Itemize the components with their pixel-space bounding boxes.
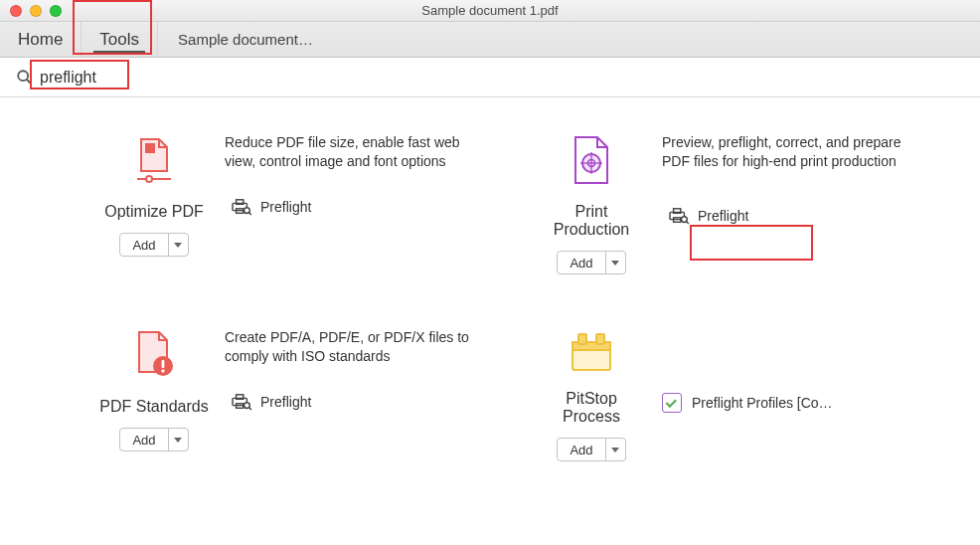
svg-rect-29: [578, 334, 586, 344]
action-label: Preflight: [260, 199, 311, 215]
tool-pitstop-process[interactable]: PitStop Process Preflight Profiles [Co… …: [537, 328, 914, 461]
add-button[interactable]: Add: [557, 438, 625, 461]
window-title: Sample document 1.pdf: [0, 3, 980, 18]
tab-document[interactable]: Sample document…: [178, 22, 313, 57]
add-button[interactable]: Add: [119, 428, 188, 452]
checkbox-checked-icon: [662, 393, 682, 413]
svg-line-1: [27, 80, 31, 84]
maximize-window-button[interactable]: [50, 5, 62, 17]
action-label: Preflight: [698, 208, 748, 224]
optimize-pdf-icon: [99, 133, 209, 187]
svg-point-17: [682, 217, 688, 223]
tab-home[interactable]: Home: [0, 22, 82, 57]
chevron-down-icon: [611, 261, 619, 266]
add-button-dropdown[interactable]: [605, 439, 625, 460]
add-button-label: Add: [120, 234, 167, 256]
window-titlebar: Sample document 1.pdf: [0, 0, 980, 22]
tool-title: PDF Standards: [99, 398, 209, 416]
preflight-action[interactable]: Preflight: [225, 389, 477, 415]
close-window-button[interactable]: [10, 5, 22, 17]
tool-optimize-pdf[interactable]: Reduce PDF file size, enable fast web vi…: [99, 133, 477, 274]
search-input[interactable]: [40, 69, 169, 87]
printer-search-icon: [668, 207, 690, 225]
svg-line-26: [249, 408, 251, 410]
tool-title: PitStop Process: [537, 390, 646, 426]
tool-print-production[interactable]: Preview, preflight, correct, and prepare…: [537, 133, 914, 274]
traffic-lights: [0, 5, 62, 17]
add-button-label: Add: [120, 429, 167, 451]
tool-title: Print Production: [537, 203, 646, 239]
add-button[interactable]: Add: [557, 251, 625, 274]
preflight-profiles-item[interactable]: Preflight Profiles [Co…: [662, 393, 914, 413]
tool-pdf-standards[interactable]: Create PDF/A, PDF/E, or PDF/X files to c…: [99, 328, 477, 461]
svg-rect-2: [145, 143, 155, 153]
svg-line-18: [687, 222, 689, 224]
svg-point-21: [161, 369, 164, 372]
minimize-window-button[interactable]: [30, 5, 42, 17]
tab-tools[interactable]: Tools: [82, 22, 158, 57]
svg-rect-23: [237, 395, 244, 400]
chevron-down-icon: [611, 448, 619, 453]
chevron-down-icon: [174, 243, 182, 248]
svg-point-8: [245, 208, 250, 214]
print-production-icon: [537, 133, 646, 187]
search-bar: [0, 58, 980, 97]
add-button[interactable]: Add: [119, 233, 188, 257]
profile-label: Preflight Profiles [Co…: [692, 395, 833, 411]
preflight-action[interactable]: Preflight: [225, 194, 477, 220]
add-button-label: Add: [558, 439, 604, 460]
tool-description: Create PDF/A, PDF/E, or PDF/X files to c…: [225, 328, 477, 366]
svg-rect-20: [162, 360, 165, 368]
svg-point-4: [146, 176, 152, 182]
pitstop-process-icon: [537, 328, 646, 374]
svg-line-9: [249, 213, 251, 215]
tool-title: Optimize PDF: [99, 203, 209, 221]
tool-description: Preview, preflight, correct, and prepare…: [662, 133, 914, 171]
svg-rect-6: [237, 200, 244, 205]
add-button-dropdown[interactable]: [605, 252, 625, 273]
add-button-dropdown[interactable]: [168, 234, 188, 256]
add-button-label: Add: [558, 252, 604, 273]
svg-point-25: [245, 403, 250, 409]
tool-description: Reduce PDF file size, enable fast web vi…: [225, 133, 477, 171]
search-icon: [16, 69, 34, 87]
svg-rect-30: [596, 334, 604, 344]
printer-search-icon: [231, 393, 252, 411]
preflight-action[interactable]: Preflight: [662, 203, 914, 229]
action-label: Preflight: [260, 394, 311, 410]
tab-bar: Home Tools Sample document…: [0, 22, 980, 58]
chevron-down-icon: [174, 438, 182, 443]
pdf-standards-icon: [99, 328, 209, 382]
printer-search-icon: [231, 198, 252, 216]
tools-grid: Reduce PDF file size, enable fast web vi…: [0, 97, 980, 481]
add-button-dropdown[interactable]: [168, 429, 188, 451]
svg-rect-15: [674, 209, 681, 214]
